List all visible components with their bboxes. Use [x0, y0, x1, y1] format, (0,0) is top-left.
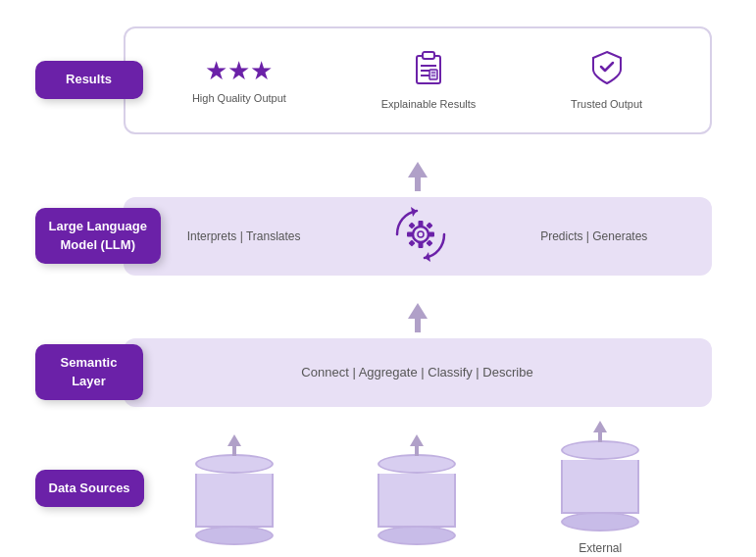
llm-content: Interprets | Translates — [143, 203, 692, 270]
llm-label: Large Language Model (LLM) — [35, 208, 161, 263]
cylinders-area: Data Lake CMS External — [124, 421, 712, 557]
data-lake-wrapper: Data Lake — [195, 434, 274, 557]
svg-point-10 — [413, 227, 428, 242]
gear-arrows-icon — [389, 203, 452, 270]
explainable-label: Explainable Results — [381, 98, 477, 110]
shield-icon — [591, 50, 623, 92]
llm-row: Large Language Model (LLM) Interprets | … — [45, 194, 712, 278]
cyl-bottom-2 — [378, 526, 456, 545]
llm-predicts-text: Predicts | Generates — [540, 229, 647, 243]
cyl-top — [195, 454, 274, 474]
semantic-label: Semantic Layer — [35, 344, 143, 399]
results-panel: ★★★ High Quality Output — [124, 26, 712, 134]
arrow-llm-to-semantic — [124, 285, 712, 335]
llm-panel: Interprets | Translates — [124, 197, 712, 276]
high-quality-label: High Quality Output — [192, 92, 286, 104]
external-wrapper: External Sources — [561, 421, 639, 557]
stars-icon: ★★★ — [205, 56, 273, 86]
high-quality-item: ★★★ High Quality Output — [192, 56, 286, 104]
datasources-row: Data Sources Data Lake C — [45, 421, 712, 533]
svg-point-11 — [418, 231, 424, 237]
cyl-body-3 — [561, 460, 639, 514]
svg-rect-5 — [429, 70, 437, 79]
arrow-cms — [410, 434, 424, 446]
arrow-results-to-llm — [124, 144, 712, 194]
semantic-panel: Connect | Aggregate | Classify | Describ… — [124, 338, 712, 407]
arrow-external — [593, 421, 607, 432]
architecture-diagram: Results ★★★ High Quality Output — [25, 14, 731, 543]
svg-rect-12 — [418, 221, 423, 227]
svg-rect-13 — [418, 242, 423, 248]
cyl-body — [195, 474, 274, 528]
data-lake-cylinder — [195, 454, 274, 545]
trusted-label: Trusted Output — [571, 98, 642, 110]
svg-rect-1 — [423, 52, 434, 59]
results-row: Results ★★★ High Quality Output — [45, 24, 712, 136]
trusted-item: Trusted Output — [571, 50, 642, 110]
semantic-row: Semantic Layer Connect | Aggregate | Cla… — [45, 335, 712, 409]
cyl-bottom — [195, 526, 274, 545]
cyl-bottom-3 — [561, 512, 639, 532]
cyl-body-2 — [378, 474, 456, 528]
cyl-top-2 — [378, 454, 456, 474]
llm-interprets-text: Interprets | Translates — [187, 229, 301, 243]
explainable-item: Explainable Results — [381, 50, 477, 110]
clipboard-icon — [413, 50, 444, 92]
svg-rect-14 — [407, 231, 413, 236]
datasources-label: Data Sources — [35, 470, 144, 507]
arrow-data-lake — [227, 434, 241, 446]
cms-cylinder — [378, 454, 456, 545]
cms-wrapper: CMS — [378, 434, 456, 557]
cyl-top-3 — [561, 440, 639, 460]
results-icons: ★★★ High Quality Output — [145, 50, 690, 110]
semantic-content-text: Connect | Aggregate | Classify | Describ… — [301, 365, 532, 380]
external-label: External Sources — [579, 541, 622, 557]
external-cylinder — [561, 440, 639, 532]
arrow-up-icon-2 — [408, 303, 428, 319]
arrow-up-icon — [408, 162, 428, 177]
results-label: Results — [35, 61, 143, 98]
svg-rect-15 — [428, 231, 434, 236]
